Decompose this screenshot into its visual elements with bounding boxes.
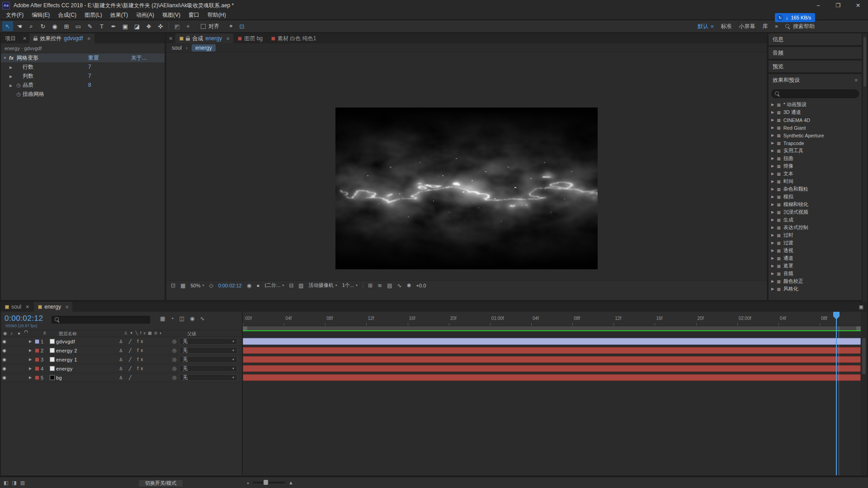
- stopwatch-icon[interactable]: ◷: [16, 82, 21, 88]
- label-color-chip[interactable]: [33, 357, 41, 362]
- visibility-toggle-icon[interactable]: ◉: [1, 339, 8, 344]
- panel-menu-icon[interactable]: ≡: [855, 77, 858, 83]
- layer-switches[interactable]: ♙ ╱ fx: [119, 366, 172, 371]
- zoom-out-mountain-icon[interactable]: ▲: [246, 481, 250, 484]
- layer-switches[interactable]: ♙ ╱ fx: [119, 348, 172, 353]
- zoom-tool[interactable]: ⌕: [26, 21, 37, 31]
- effect-category-row[interactable]: ▶ ▦ * 动画预设: [769, 101, 862, 108]
- layer-name[interactable]: bg: [56, 375, 119, 380]
- grid-guides-icon[interactable]: ▦: [180, 282, 185, 289]
- effect-category-row[interactable]: ▶ ▦ 文本: [769, 170, 862, 178]
- resolution-dropdown[interactable]: (二分...▾: [264, 282, 284, 289]
- audio-panel-header[interactable]: 音频: [769, 47, 862, 59]
- parent-dropdown[interactable]: 无▾: [179, 374, 237, 381]
- label-color-chip[interactable]: [33, 366, 41, 371]
- layer-row[interactable]: ◉ ▶ 2 energy 2 ♙ ╱ fx ◎ 无▾: [1, 346, 242, 355]
- visibility-toggle-icon[interactable]: ◉: [1, 357, 8, 362]
- exposure-value[interactable]: +0.0: [416, 283, 426, 288]
- video-column-icon[interactable]: ◉: [3, 331, 7, 336]
- breadcrumb-parent[interactable]: soul: [172, 45, 182, 51]
- maximize-button[interactable]: ❐: [828, 0, 848, 11]
- timeline-search-box[interactable]: [52, 316, 150, 324]
- expand-arrow-icon[interactable]: ▶: [771, 264, 774, 268]
- menu-item[interactable]: 帮助(H): [203, 11, 230, 19]
- layer-switch-column-icons[interactable]: ♙✦╲fx▦⊘◐: [124, 331, 165, 335]
- graph-editor-icon[interactable]: ∿: [200, 315, 204, 322]
- selection-tool[interactable]: ↖: [2, 21, 13, 31]
- expand-transfer-controls-icon[interactable]: ◨: [12, 480, 16, 486]
- expand-arrow-icon[interactable]: ▶: [771, 118, 774, 122]
- shy-layers-icon[interactable]: ◔: [170, 315, 174, 322]
- effect-category-row[interactable]: ▶ ▦ Trapcode: [769, 139, 862, 147]
- layer-switches[interactable]: ♙ ╱ fx: [119, 357, 172, 362]
- effect-property-row[interactable]: ▶ ◷ 扭曲网格: [1, 89, 165, 99]
- preview-panel-header[interactable]: 预览: [769, 61, 862, 72]
- effect-category-row[interactable]: ▶ ▦ CINEMA 4D: [769, 116, 862, 124]
- expand-arrow-icon[interactable]: ▶: [771, 187, 774, 191]
- expand-arrow-icon[interactable]: ▶: [771, 202, 774, 206]
- puppet-pin-tool[interactable]: ✜: [155, 21, 166, 31]
- magnification-dropdown[interactable]: 50%▾: [190, 283, 204, 288]
- workspace-overflow[interactable]: »: [775, 23, 778, 29]
- mini-flowchart-icon[interactable]: ▦: [160, 315, 165, 322]
- expand-arrow-icon[interactable]: ▶: [771, 241, 774, 245]
- effect-category-row[interactable]: ▶ ▦ 表达式控制: [769, 224, 862, 231]
- toggle-switches-modes-button[interactable]: 切换开关/模式: [138, 479, 183, 487]
- layer-name[interactable]: energy 2: [56, 348, 119, 353]
- tab-footage[interactable]: 素材 白色 纯色1: [267, 33, 320, 43]
- expand-arrow-icon[interactable]: ▶: [771, 287, 774, 291]
- tab-effect-controls[interactable]: 效果控件 gdvvgdf ≡: [29, 33, 94, 43]
- property-value[interactable]: 7: [88, 73, 91, 79]
- menu-item[interactable]: 窗口: [184, 11, 203, 19]
- parent-column-header[interactable]: 父级: [187, 331, 196, 337]
- parent-pickwhip-icon[interactable]: ◎: [172, 338, 179, 344]
- effect-property-row[interactable]: ▶ ◷ 品质 8: [1, 80, 165, 89]
- mask-visibility-icon[interactable]: ◇: [209, 282, 213, 289]
- layer-duration-bar[interactable]: [243, 365, 861, 372]
- viewer-current-time[interactable]: 0:00:02:12: [218, 283, 242, 288]
- parent-dropdown[interactable]: 无▾: [179, 365, 237, 372]
- workspace-menu-icon[interactable]: ≡: [711, 23, 713, 29]
- layer-switches[interactable]: ♙ ╱: [119, 375, 172, 380]
- property-value[interactable]: 8: [88, 82, 91, 88]
- current-time-display[interactable]: 0:00:02:12: [5, 314, 43, 323]
- expand-arrow-icon[interactable]: ▶: [771, 149, 774, 153]
- tab-composition[interactable]: 合成 energy ≡: [175, 33, 233, 43]
- effect-category-row[interactable]: ▶ ▦ 遮罩: [769, 262, 862, 270]
- effect-category-row[interactable]: ▶ ▦ 通道: [769, 254, 862, 262]
- workspace-tab[interactable]: 库 ≡: [762, 23, 768, 30]
- effect-category-row[interactable]: ▶ ▦ Red Giant: [769, 124, 862, 131]
- reset-link[interactable]: 重置: [88, 54, 99, 62]
- effect-category-row[interactable]: ▶ ▦ 杂色和颗粒: [769, 185, 862, 193]
- target-icon[interactable]: ⌖: [226, 21, 236, 31]
- expand-arrow-icon[interactable]: ▶: [27, 339, 33, 343]
- layer-name[interactable]: gdvvgdf: [56, 339, 119, 344]
- expand-arrow-icon[interactable]: ▶: [771, 256, 774, 260]
- effect-category-row[interactable]: ▶ ▦ 模糊和锐化: [769, 201, 862, 208]
- effect-category-row[interactable]: ▶ ▦ 生成: [769, 216, 862, 224]
- layer-name[interactable]: energy 1: [56, 357, 119, 362]
- effect-category-row[interactable]: ▶ ▦ 3D 通道: [769, 108, 862, 116]
- workspace-tab[interactable]: 默认 ≡: [698, 23, 713, 30]
- expand-arrow-icon[interactable]: ▶: [771, 110, 774, 114]
- reset-exposure-icon[interactable]: ✱: [407, 282, 411, 289]
- parent-dropdown[interactable]: 无▾: [179, 347, 237, 354]
- effect-category-row[interactable]: ▶ ▦ Synthetic Aperture: [769, 131, 862, 139]
- minimize-button[interactable]: –: [808, 0, 828, 11]
- expand-arrow-icon[interactable]: ▶: [771, 156, 774, 160]
- snapshot-icon[interactable]: ◉: [247, 282, 251, 289]
- playhead-handle[interactable]: [833, 312, 840, 317]
- fast-preview-icon[interactable]: ≋: [377, 282, 382, 289]
- scrollbar-handle[interactable]: [862, 338, 866, 374]
- expand-arrow-icon[interactable]: ▶: [27, 348, 33, 352]
- layer-switches[interactable]: ♙ ╱ fx: [119, 339, 172, 344]
- tab-project[interactable]: 项目: [1, 33, 20, 43]
- hand-tool[interactable]: ☚: [14, 21, 25, 31]
- expand-arrow-icon[interactable]: ▶: [9, 84, 12, 88]
- expand-arrow-icon[interactable]: ▶: [771, 172, 774, 176]
- visibility-toggle-icon[interactable]: ◉: [1, 366, 8, 371]
- motion-blur-icon[interactable]: ◉: [190, 315, 194, 322]
- breadcrumb-current[interactable]: energy: [192, 44, 216, 52]
- timeline-panel-options-icon[interactable]: ▣: [859, 302, 867, 312]
- pixel-aspect-icon[interactable]: ⊞: [368, 282, 373, 289]
